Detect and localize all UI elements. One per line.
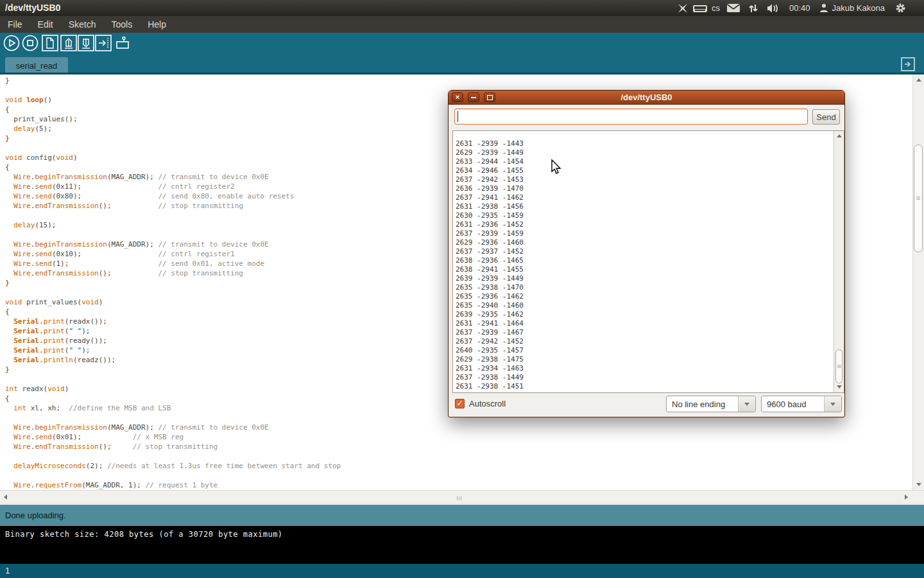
code-line: } xyxy=(5,365,341,374)
line-ending-value: No line ending xyxy=(667,396,738,412)
status-message: Done uploading. xyxy=(5,511,66,520)
menu-edit[interactable]: Edit xyxy=(38,19,53,30)
serial-send-input[interactable] xyxy=(454,109,808,125)
code-line: Serial.print(" "); xyxy=(5,346,341,355)
code-line: int readx(void) xyxy=(5,384,341,394)
code-line: void loop() xyxy=(5,95,341,105)
code-lines: } void loop(){ print_values(); delay(5);… xyxy=(5,76,341,490)
code-line: Wire.send(0x01); // x MSB reg xyxy=(5,432,341,442)
gear-icon[interactable] xyxy=(895,3,906,13)
upload-button[interactable] xyxy=(95,35,112,51)
updown-arrows-icon[interactable] xyxy=(748,3,758,13)
code-line: Wire.send(0x10); // cntrl register1 xyxy=(5,249,341,259)
keyboard-icon[interactable] xyxy=(692,3,708,13)
serial-monitor-footer: ✓ Autoscroll No line ending 9600 baud xyxy=(449,396,844,418)
send-button-label: Send xyxy=(816,112,835,122)
serial-monitor-button[interactable] xyxy=(114,35,131,51)
verify-button[interactable] xyxy=(3,35,20,51)
serial-output-text: 2631 -2939 -1443 2629 -2939 -1449 2633 -… xyxy=(456,139,524,391)
pinwheel-icon[interactable] xyxy=(677,3,689,13)
panel-window-title: /dev/ttyUSB0 xyxy=(5,3,60,13)
menu-file[interactable]: File xyxy=(8,19,22,30)
line-number-bar: 1 xyxy=(0,564,924,578)
code-line: Wire.send(1); // send 0x01, active mode xyxy=(5,259,341,268)
save-sketch-button[interactable] xyxy=(78,35,94,51)
clock-label[interactable]: 00:40 xyxy=(789,3,810,13)
code-line xyxy=(5,374,341,384)
code-line: Wire.beginTransmission(MAG_ADDR); // tra… xyxy=(5,172,341,182)
code-line: Wire.endTransmission(); // stop transmit… xyxy=(5,201,341,211)
code-line: delay(15); xyxy=(5,220,341,230)
code-line: { xyxy=(5,162,341,172)
send-button[interactable]: Send xyxy=(812,109,840,125)
code-line: } xyxy=(5,76,341,85)
autoscroll-checkbox[interactable]: ✓ xyxy=(455,399,465,408)
volume-icon[interactable] xyxy=(766,3,780,13)
dropdown-arrow-icon[interactable] xyxy=(824,396,841,412)
code-line xyxy=(5,143,341,153)
serial-window-titlebar[interactable]: × /dev/ttyUSB0 xyxy=(449,91,844,105)
code-line xyxy=(5,85,341,95)
code-line: delayMicroseconds(2); //needs at least 1… xyxy=(5,461,341,471)
code-line xyxy=(5,413,341,423)
code-line: } xyxy=(5,134,341,143)
console-message: Binary sketch size: 4208 bytes (of a 307… xyxy=(5,530,283,539)
user-icon[interactable] xyxy=(819,3,828,13)
autoscroll-label: Autoscroll xyxy=(469,399,506,408)
serial-monitor-window: × /dev/ttyUSB0 Send 2631 -2939 -1443 262… xyxy=(448,90,845,417)
code-line: Serial.print(" "); xyxy=(5,326,341,336)
mail-icon[interactable] xyxy=(726,3,740,13)
code-line: Serial.print(readx()); xyxy=(5,317,341,326)
code-line: Wire.requestFrom(MAG_ADDR, 1); // reques… xyxy=(5,480,341,490)
menu-sketch[interactable]: Sketch xyxy=(69,19,96,30)
code-line xyxy=(5,451,341,461)
console-output: Binary sketch size: 4208 bytes (of a 307… xyxy=(0,525,924,564)
code-line: void print_values(void) xyxy=(5,297,341,307)
code-line xyxy=(5,288,341,297)
toolbar xyxy=(0,33,924,54)
code-line: { xyxy=(5,394,341,403)
serial-scrollbar[interactable] xyxy=(834,131,844,392)
editor-horizontal-scrollbar[interactable] xyxy=(0,490,924,503)
serial-window-title: /dev/ttyUSB0 xyxy=(449,92,844,102)
scroll-down-arrow-icon[interactable] xyxy=(916,483,921,486)
status-bar: Done uploading. xyxy=(0,505,924,525)
code-line: Wire.beginTransmission(MAG_ADDR); // tra… xyxy=(5,240,341,249)
editor-vertical-scrollbar-thumb[interactable] xyxy=(914,144,923,252)
code-line xyxy=(5,211,341,220)
code-line: Wire.endTransmission(); // stop transmit… xyxy=(5,442,341,451)
scroll-right-arrow-icon[interactable] xyxy=(905,495,908,500)
scroll-left-arrow-icon[interactable] xyxy=(4,495,7,500)
hscroll-grip[interactable] xyxy=(457,496,458,500)
editor-vertical-scrollbar[interactable] xyxy=(912,74,924,490)
user-name-label[interactable]: Jakub Kakona xyxy=(832,3,885,13)
dropdown-arrow-icon[interactable] xyxy=(738,396,755,412)
tab-serial-read[interactable]: serial_read xyxy=(5,57,68,74)
system-tray: cs 00:40 Jakub Kakona xyxy=(677,0,906,16)
open-sketch-button[interactable] xyxy=(60,35,77,51)
baud-rate-dropdown[interactable]: 9600 baud xyxy=(761,396,842,412)
serial-scroll-up-icon[interactable] xyxy=(837,134,842,137)
tab-bar xyxy=(0,54,924,74)
menu-help[interactable]: Help xyxy=(148,19,166,30)
menu-tools[interactable]: Tools xyxy=(112,19,133,30)
code-line xyxy=(5,230,341,240)
stop-button[interactable] xyxy=(22,35,38,51)
menu-bar: File Edit Sketch Tools Help xyxy=(0,16,924,33)
text-caret xyxy=(458,111,458,122)
code-line: print_values(); xyxy=(5,114,341,124)
line-ending-dropdown[interactable]: No line ending xyxy=(666,396,756,412)
serial-output-area[interactable]: 2631 -2939 -1443 2629 -2939 -1449 2633 -… xyxy=(452,130,844,393)
tab-menu-arrow-icon xyxy=(901,57,915,71)
serial-scroll-down-icon[interactable] xyxy=(837,385,842,389)
code-line: Serial.print(ready()); xyxy=(5,336,341,346)
keyboard-layout-label[interactable]: cs xyxy=(712,3,720,13)
new-sketch-button[interactable] xyxy=(42,35,58,51)
code-line: int xl, xh; //define the MSB and LSB xyxy=(5,403,341,413)
tab-menu-button[interactable] xyxy=(901,57,915,71)
code-line: { xyxy=(5,105,341,114)
scroll-up-arrow-icon[interactable] xyxy=(916,78,921,82)
code-line: Wire.endTransmission(); // stop transmit… xyxy=(5,268,341,278)
code-line: Wire.send(0x80); // send 0x80, enable au… xyxy=(5,191,341,201)
serial-scrollbar-thumb[interactable] xyxy=(835,349,843,383)
